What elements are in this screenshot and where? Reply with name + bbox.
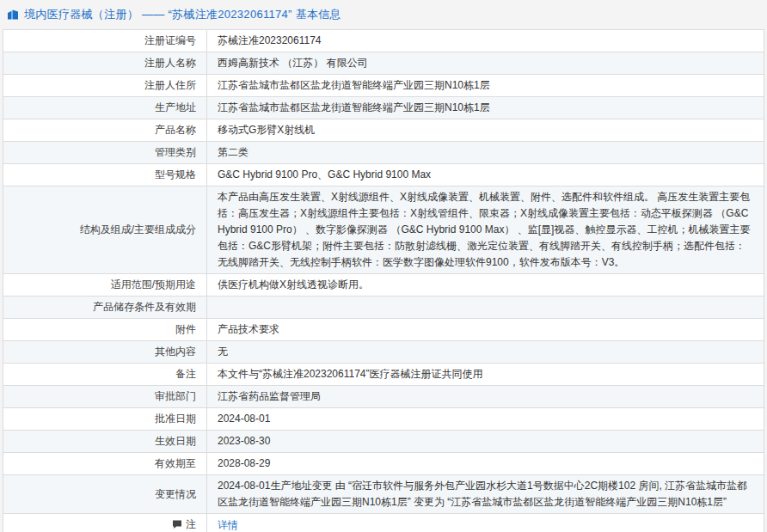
row-label: 管理类别	[3, 142, 207, 164]
row-value: 产品技术要求	[207, 319, 764, 341]
row-value: 苏械注准20232061174	[207, 30, 764, 52]
building-icon	[7, 9, 19, 21]
row-label: 注册人住所	[3, 75, 207, 97]
table-row: 生效日期 2023-08-30	[3, 431, 764, 453]
table-row: 型号规格 G&C Hybrid 9100 Pro、G&C Hybrid 9100…	[3, 164, 764, 187]
table-row: 注册证编号 苏械注准20232061174	[3, 30, 764, 52]
row-label: 审批部门	[3, 386, 207, 408]
row-label: 产品储存条件及有效期	[3, 297, 207, 319]
table-row: 结构及组成/主要组成成分 本产品由高压发生装置、X射线源组件、X射线成像装置、机…	[3, 187, 764, 274]
page-title: 境内医疗器械（注册） —— “苏械注准20232061174” 基本信息	[24, 7, 341, 22]
table-row: 管理类别 第二类	[3, 142, 764, 164]
note-label: 注	[186, 518, 196, 530]
row-value: 江苏省盐城市盐都区盐龙街道智能终端产业园三期N10栋1层	[207, 75, 764, 97]
row-value: 本文件与“苏械注准20232061174”医疗器械注册证共同使用	[207, 364, 764, 386]
table-row: 产品名称 移动式G形臂X射线机	[3, 119, 764, 142]
page-header: 境内医疗器械（注册） —— “苏械注准20232061174” 基本信息	[0, 0, 767, 28]
row-label: 注册人名称	[3, 52, 207, 75]
row-value: 2024-08-01生产地址变更 由 “宿迁市软件与服务外包产业园水杉大道1号数…	[207, 475, 764, 514]
note-row: 注 详情	[3, 514, 764, 532]
table-row: 注册人名称 西姆高新技术 （江苏） 有限公司	[3, 52, 764, 75]
row-value: 2024-08-01	[207, 408, 764, 431]
table-row: 附件 产品技术要求	[3, 319, 764, 341]
table-row: 有效期至 2028-08-29	[3, 453, 764, 475]
note-value-cell: 详情	[207, 514, 764, 532]
row-value: 江苏省药品监督管理局	[207, 386, 764, 408]
table-row: 生产地址 江苏省盐城市盐都区盐龙街道智能终端产业园三期N10栋1层	[3, 97, 764, 119]
note-label-cell: 注	[3, 514, 207, 532]
row-label: 有效期至	[3, 453, 207, 475]
row-label: 备注	[3, 364, 207, 386]
row-label: 生效日期	[3, 431, 207, 453]
row-value: 供医疗机构做X射线透视诊断用。	[207, 274, 764, 297]
row-label: 其他内容	[3, 341, 207, 364]
row-label: 批准日期	[3, 408, 207, 431]
comment-icon	[172, 518, 182, 532]
row-label: 结构及组成/主要组成成分	[3, 187, 207, 274]
row-value: 移动式G形臂X射线机	[207, 119, 764, 142]
row-label: 附件	[3, 319, 207, 341]
table-row: 备注 本文件与“苏械注准20232061174”医疗器械注册证共同使用	[3, 364, 764, 386]
row-label: 注册证编号	[3, 30, 207, 52]
table-row: 审批部门 江苏省药品监督管理局	[3, 386, 764, 408]
table-row: 注册人住所 江苏省盐城市盐都区盐龙街道智能终端产业园三期N10栋1层	[3, 75, 764, 97]
row-value: 江苏省盐城市盐都区盐龙街道智能终端产业园三期N10栋1层	[207, 97, 764, 119]
table-row: 变更情况 2024-08-01生产地址变更 由 “宿迁市软件与服务外包产业园水杉…	[3, 475, 764, 514]
table-row: 适用范围/预期用途 供医疗机构做X射线透视诊断用。	[3, 274, 764, 297]
row-label: 产品名称	[3, 119, 207, 142]
row-value	[207, 297, 764, 319]
detail-link[interactable]: 详情	[218, 519, 238, 531]
row-label: 生产地址	[3, 97, 207, 119]
table-row: 批准日期 2024-08-01	[3, 408, 764, 431]
row-value: 2023-08-30	[207, 431, 764, 453]
row-value: 2028-08-29	[207, 453, 764, 475]
row-value: 本产品由高压发生装置、X射线源组件、X射线成像装置、机械装置、附件、选配件和软件…	[207, 187, 764, 274]
table-row: 其他内容 无	[3, 341, 764, 364]
table-row: 产品储存条件及有效期	[3, 297, 764, 319]
row-label: 适用范围/预期用途	[3, 274, 207, 297]
row-label: 变更情况	[3, 475, 207, 514]
row-value: 西姆高新技术 （江苏） 有限公司	[207, 52, 764, 75]
row-value: 无	[207, 341, 764, 364]
row-label: 型号规格	[3, 164, 207, 187]
row-value: G&C Hybrid 9100 Pro、G&C Hybrid 9100 Max	[207, 164, 764, 187]
registration-info-table: 注册证编号 苏械注准20232061174 注册人名称 西姆高新技术 （江苏） …	[3, 29, 764, 532]
row-value: 第二类	[207, 142, 764, 164]
